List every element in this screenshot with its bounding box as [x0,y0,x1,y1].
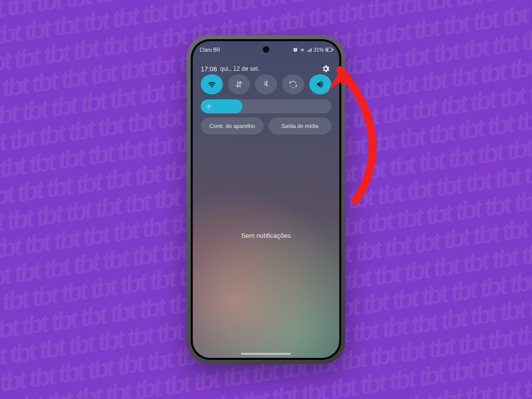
carrier-label: Claro BR [200,47,220,53]
device-control-chip[interactable]: Contr. do aparelho [201,117,263,135]
bluetooth-icon [261,79,271,89]
brightness-fill [201,99,242,113]
clock-time: 17:06 [201,65,217,73]
phone-screen[interactable]: Claro BR 31% [193,41,339,358]
stage: tbt tbt tbt tbt tbt tbt tbt tbt tbt tbt … [0,0,532,399]
battery-icon [325,48,332,52]
toggle-data[interactable] [228,74,250,94]
quick-toggle-row [201,74,331,94]
signal-icon [307,47,312,53]
phone-frame: Claro BR 31% [187,35,345,364]
phone-bezel: Claro BR 31% [191,39,341,360]
battery-percent: 31% [314,47,324,53]
wifi-icon [207,79,217,89]
auto-rotate-icon [288,79,298,89]
quick-panel-header: 17:06 qui., 12 de set. [201,63,331,74]
chip-row: Contr. do aparelho Saída de mídia [201,117,331,135]
home-indicator[interactable] [241,353,291,355]
alarm-icon [293,47,298,53]
svg-point-0 [208,105,210,107]
sun-icon [206,103,212,109]
brightness-slider[interactable] [201,99,331,113]
status-icons: 31% [293,47,332,53]
toggle-bluetooth[interactable] [255,74,277,94]
sound-icon [315,79,325,89]
camera-hole [263,46,270,53]
settings-button[interactable] [320,63,331,74]
toggle-sound[interactable] [309,74,331,94]
toggle-rotate[interactable] [282,74,304,94]
gear-icon [321,64,330,73]
no-notifications-label: Sem notificações [193,232,339,239]
toggle-wifi[interactable] [201,74,223,94]
clock-date: qui., 12 de set. [220,65,260,72]
media-output-chip[interactable]: Saída de mídia [269,117,331,135]
data-swap-icon [234,79,244,89]
wifi-status-icon [300,47,305,53]
